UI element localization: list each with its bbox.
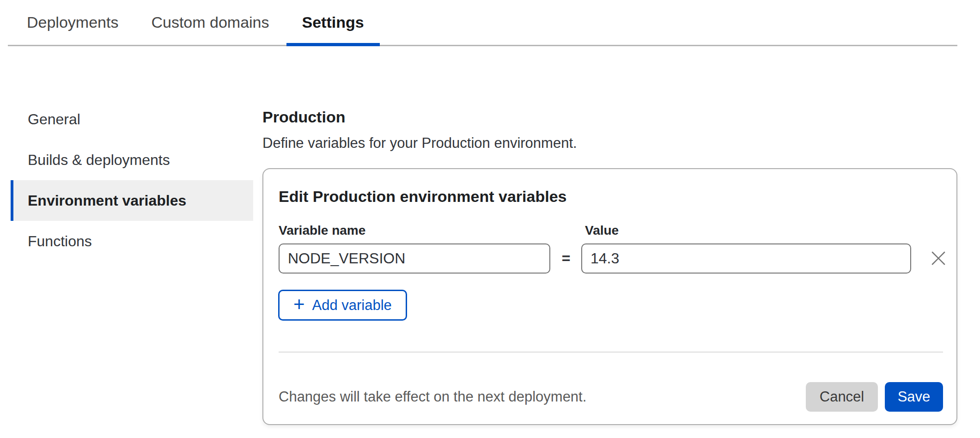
sidenav-item-builds-deployments[interactable]: Builds & deployments	[11, 140, 253, 180]
tab-label: Settings	[302, 13, 364, 31]
remove-variable-button[interactable]	[927, 247, 950, 269]
variable-name-input[interactable]	[279, 243, 550, 274]
value-label: Value	[585, 221, 619, 240]
footer-note: Changes will take effect on the next dep…	[279, 387, 586, 407]
section-description: Define variables for your Production env…	[262, 134, 577, 153]
plus-icon: +	[293, 295, 305, 314]
sidenav-item-general[interactable]: General	[11, 99, 253, 140]
add-variable-label: Add variable	[312, 297, 392, 314]
card-divider	[279, 352, 943, 353]
sidenav-item-label: General	[28, 111, 80, 128]
variable-name-label: Variable name	[279, 221, 365, 240]
tab-deployments[interactable]: Deployments	[11, 0, 134, 45]
x-icon	[930, 250, 947, 267]
tab-custom-domains[interactable]: Custom domains	[135, 0, 285, 45]
environment-variables-card: Edit Production environment variables Va…	[262, 168, 957, 425]
tab-settings[interactable]: Settings	[286, 0, 380, 45]
card-title: Edit Production environment variables	[279, 186, 566, 207]
sidenav-item-label: Functions	[28, 233, 92, 250]
tab-label: Custom domains	[151, 13, 269, 31]
sidenav-item-functions[interactable]: Functions	[11, 221, 253, 262]
sidenav-item-environment-variables[interactable]: Environment variables	[11, 180, 253, 221]
project-tab-bar: Deployments Custom domains Settings	[8, 0, 957, 46]
equals-sign: =	[551, 243, 581, 274]
cancel-button[interactable]: Cancel	[806, 382, 878, 412]
section-title: Production	[262, 107, 345, 127]
tab-label: Deployments	[27, 13, 118, 31]
variable-value-input[interactable]	[581, 243, 911, 274]
settings-sidenav: General Builds & deployments Environment…	[11, 99, 253, 262]
sidenav-item-label: Environment variables	[28, 192, 186, 209]
save-button[interactable]: Save	[885, 382, 943, 412]
sidenav-item-label: Builds & deployments	[28, 152, 170, 169]
add-variable-button[interactable]: + Add variable	[278, 290, 407, 321]
